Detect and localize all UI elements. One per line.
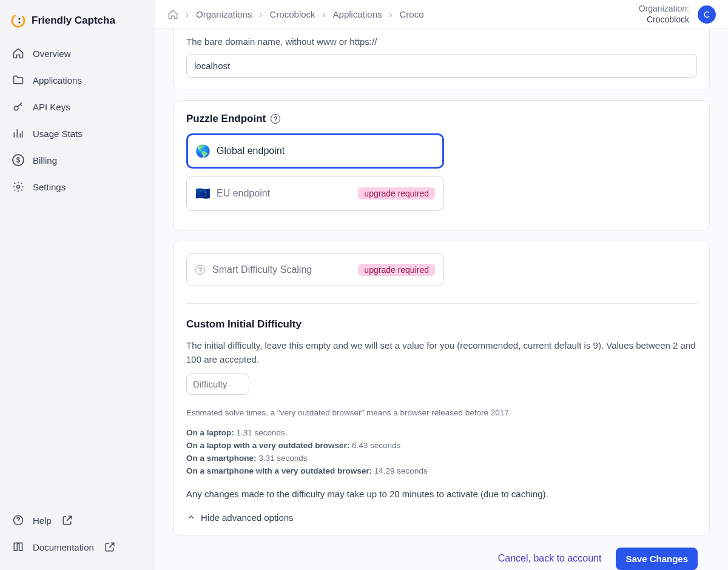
sidebar-item-label: API Keys <box>33 102 70 112</box>
cancel-button[interactable]: Cancel, back to account <box>498 553 602 564</box>
sidebar-item-settings[interactable]: Settings <box>5 175 150 199</box>
sidebar-item-label: Documentation <box>33 542 94 552</box>
estimate-value: 1.31 seconds <box>237 428 285 437</box>
sidebar-item-label: Usage Stats <box>33 129 83 139</box>
help-icon[interactable]: ? <box>271 114 280 124</box>
crumb-organizations[interactable]: Organizations <box>196 9 252 19</box>
difficulty-note: Any changes made to the difficulty may t… <box>186 489 697 499</box>
org-indicator[interactable]: Organization: Crocoblock <box>639 4 689 25</box>
home-icon[interactable] <box>167 9 178 20</box>
estimate-label: On a smartphone with a very outdated bro… <box>186 466 372 475</box>
book-icon <box>12 541 24 553</box>
sidebar-nav: Overview Applications API Keys Usage Sta… <box>0 39 155 201</box>
chevron-up-icon <box>186 512 196 522</box>
domain-help-text: The bare domain name, without www or htt… <box>186 36 697 47</box>
estimate-label: On a laptop: <box>186 428 234 437</box>
section-title-text: Puzzle Endpoint <box>186 113 266 125</box>
sidebar-item-help[interactable]: Help <box>5 508 150 532</box>
puzzle-endpoint-card: Puzzle Endpoint ? 🌎 Global endpoint 🇪🇺 E… <box>174 100 710 231</box>
sidebar-item-overview[interactable]: Overview <box>5 41 150 65</box>
sidebar-item-usage[interactable]: Usage Stats <box>5 121 150 146</box>
chevron-right-icon: › <box>260 9 263 19</box>
sidebar-item-applications[interactable]: Applications <box>5 68 150 92</box>
form-footer: Cancel, back to account Save Changes <box>167 535 716 570</box>
estimate-intro: Estimated solve times, a "very outdated … <box>186 407 697 420</box>
domain-card: The bare domain name, without www or htt… <box>174 29 710 90</box>
hide-advanced-label: Hide advanced options <box>201 512 294 523</box>
help-icon: ? <box>195 265 205 275</box>
chevron-right-icon: › <box>186 9 189 19</box>
save-button[interactable]: Save Changes <box>616 548 698 570</box>
divider <box>186 303 697 304</box>
sidebar-item-label: Applications <box>33 75 82 86</box>
svg-point-3 <box>14 106 18 110</box>
globe-icon: 🌎 <box>195 144 211 158</box>
avatar[interactable]: C <box>698 5 716 24</box>
sidebar: Friendly Captcha Overview Applications A… <box>0 0 155 570</box>
eu-flag-icon: 🇪🇺 <box>195 186 211 201</box>
crumb-applications[interactable]: Applications <box>333 9 382 19</box>
chart-icon <box>12 127 24 139</box>
estimate-label: On a laptop with a very outdated browser… <box>186 441 349 450</box>
sidebar-item-billing[interactable]: $ Billing <box>5 148 150 172</box>
upgrade-badge: upgrade required <box>358 187 435 200</box>
sidebar-item-label: Overview <box>33 49 71 59</box>
sidebar-bottom-nav: Help Documentation <box>0 506 155 562</box>
brand-row: Friendly Captcha <box>0 8 155 39</box>
estimate-value: 6.43 seconds <box>352 441 400 450</box>
org-label: Organization: <box>639 4 689 15</box>
svg-point-0 <box>11 13 25 28</box>
custom-difficulty-title: Custom Initial Difficulty <box>186 318 697 330</box>
endpoint-option-global[interactable]: 🌎 Global endpoint <box>186 133 444 169</box>
external-link-icon <box>61 514 73 526</box>
topbar: › Organizations › Crocoblock › Applicati… <box>155 0 728 29</box>
estimate-value: 3.31 seconds <box>258 454 307 463</box>
crumb-app[interactable]: Croco <box>399 9 423 19</box>
chevron-right-icon: › <box>323 9 326 19</box>
difficulty-input[interactable] <box>186 374 249 395</box>
dollar-icon: $ <box>12 154 24 166</box>
domain-input[interactable] <box>186 54 697 78</box>
gear-icon <box>12 181 24 193</box>
brand-name: Friendly Captcha <box>32 15 115 27</box>
sidebar-item-label: Billing <box>33 155 57 166</box>
sidebar-item-docs[interactable]: Documentation <box>5 535 150 559</box>
custom-difficulty-desc: The initial difficulty, leave this empty… <box>186 339 697 366</box>
svg-point-2 <box>18 21 20 23</box>
folder-icon <box>12 74 24 86</box>
upgrade-badge: upgrade required <box>358 264 435 276</box>
estimate-block: Estimated solve times, a "very outdated … <box>186 407 697 478</box>
svg-point-1 <box>18 18 20 19</box>
external-link-icon <box>104 541 116 553</box>
smart-difficulty-label: Smart Difficulty Scaling <box>212 264 312 275</box>
sidebar-item-label: Settings <box>33 182 66 192</box>
endpoint-option-eu[interactable]: 🇪🇺 EU endpoint upgrade required <box>186 176 444 211</box>
estimate-value: 14.29 seconds <box>374 466 428 475</box>
endpoint-label: Global endpoint <box>217 146 285 156</box>
chevron-right-icon: › <box>389 9 392 19</box>
estimate-label: On a smartphone: <box>186 454 257 463</box>
difficulty-card: ? Smart Difficulty Scaling upgrade requi… <box>174 241 710 535</box>
sidebar-item-label: Help <box>33 515 52 526</box>
endpoint-label: EU endpoint <box>217 188 270 199</box>
crumb-org[interactable]: Crocoblock <box>270 9 315 19</box>
home-icon <box>12 47 24 59</box>
brand-logo-icon <box>11 13 25 28</box>
sidebar-item-apikeys[interactable]: API Keys <box>5 95 150 119</box>
smart-difficulty-option[interactable]: ? Smart Difficulty Scaling upgrade requi… <box>186 253 444 286</box>
hide-advanced-toggle[interactable]: Hide advanced options <box>186 512 697 523</box>
help-icon <box>12 514 24 526</box>
key-icon <box>12 101 24 113</box>
org-name: Crocoblock <box>639 15 689 25</box>
breadcrumb: › Organizations › Crocoblock › Applicati… <box>167 9 424 20</box>
svg-point-4 <box>17 186 20 189</box>
puzzle-endpoint-title: Puzzle Endpoint ? <box>186 113 697 125</box>
